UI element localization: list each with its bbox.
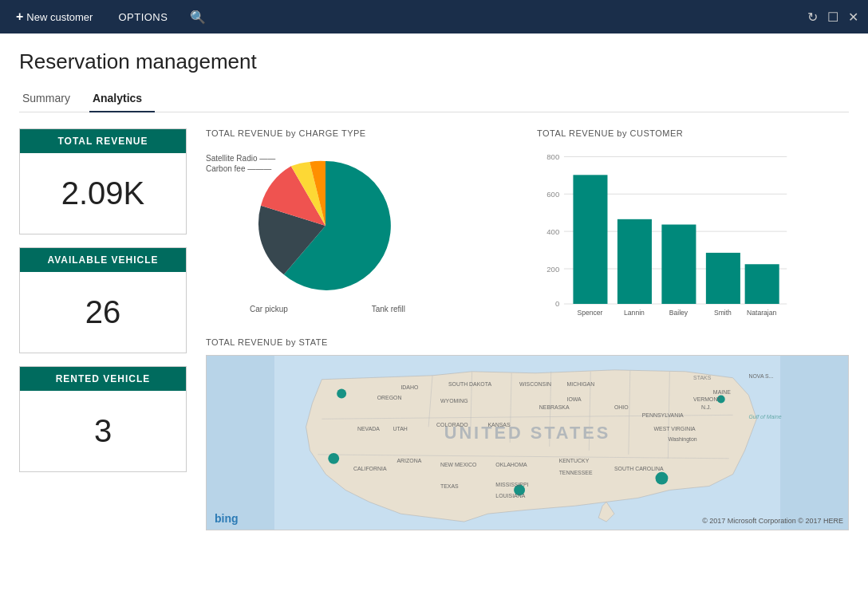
search-icon[interactable]: 🔍 (190, 10, 206, 25)
plus-icon: + (16, 10, 23, 24)
window-controls: ↻ ☐ ✕ (807, 10, 858, 25)
svg-text:N.J.: N.J. (701, 404, 711, 410)
svg-text:WISCONSIN: WISCONSIN (519, 381, 551, 387)
svg-text:VERMONT: VERMONT (693, 396, 721, 402)
kpi-rented-vehicle-header: RENTED VEHICLE (20, 367, 186, 391)
pie-chart-container: Satellite Radio —— Carbon fee ——— (206, 146, 413, 321)
new-customer-button[interactable]: + New customer (10, 6, 99, 27)
svg-text:IDAHO: IDAHO (400, 384, 419, 390)
svg-rect-10 (573, 175, 607, 304)
svg-text:OHIO: OHIO (614, 404, 629, 410)
svg-rect-14 (661, 225, 696, 304)
svg-text:MISSISSIPPI: MISSISSIPPI (495, 482, 528, 487)
page-title: Reservation management (19, 49, 849, 74)
map-section: TOTAL REVENUE by STATE UNITED STATE (206, 337, 849, 530)
kpi-rented-vehicle: RENTED VEHICLE 3 (19, 366, 187, 472)
svg-text:Spencer: Spencer (577, 309, 602, 317)
svg-text:UTAH: UTAH (393, 426, 408, 431)
map-chart-title: TOTAL REVENUE by STATE (206, 337, 849, 347)
svg-text:SOUTH DAKOTA: SOUTH DAKOTA (448, 381, 491, 387)
pie-svg (254, 154, 397, 298)
svg-text:Smith: Smith (714, 309, 732, 317)
svg-text:400: 400 (546, 227, 559, 236)
svg-text:SOUTH CAROLINA: SOUTH CAROLINA (614, 466, 664, 471)
svg-text:ARIZONA: ARIZONA (397, 458, 422, 463)
svg-point-31 (337, 389, 346, 399)
svg-text:NEVADA: NEVADA (357, 426, 380, 431)
new-customer-label: New customer (26, 11, 93, 23)
pie-chart-section: TOTAL REVENUE by CHARGE TYPE Satellite R… (206, 128, 518, 321)
svg-text:Natarajan: Natarajan (747, 309, 776, 317)
kpi-available-vehicle-value: 26 (20, 272, 186, 353)
restore-icon[interactable]: ☐ (827, 10, 838, 25)
options-button[interactable]: OPTIONS (112, 8, 174, 26)
kpi-column: TOTAL REVENUE 2.09K AVAILABLE VEHICLE 26… (19, 128, 187, 530)
pie-svg-wrapper (254, 154, 397, 301)
tab-summary[interactable]: Summary (19, 85, 83, 112)
titlebar: + New customer OPTIONS 🔍 ↻ ☐ ✕ (0, 0, 868, 33)
map-container: UNITED STATES (206, 355, 849, 530)
svg-point-32 (328, 453, 339, 464)
svg-text:KANSAS: KANSAS (487, 422, 510, 428)
map-inner: UNITED STATES (207, 356, 848, 530)
svg-text:0: 0 (555, 299, 559, 308)
pie-chart-title: TOTAL REVENUE by CHARGE TYPE (206, 128, 518, 138)
close-icon[interactable]: ✕ (848, 10, 858, 25)
svg-text:Gulf of Maine: Gulf of Maine (748, 414, 781, 420)
pie-label-carpickup: Car pickup (250, 305, 288, 313)
kpi-total-revenue: TOTAL REVENUE 2.09K (19, 128, 187, 234)
charts-top-row: TOTAL REVENUE by CHARGE TYPE Satellite R… (206, 128, 849, 321)
svg-text:CALIFORNIA: CALIFORNIA (353, 466, 387, 471)
svg-text:TENNESSEE: TENNESSEE (559, 470, 593, 475)
bar-chart-container: 800 600 400 200 0 (537, 146, 800, 321)
main-content: TOTAL REVENUE 2.09K AVAILABLE VEHICLE 26… (19, 112, 849, 530)
svg-text:TEXAS: TEXAS (440, 483, 459, 489)
page-content: Reservation management Summary Analytics… (0, 33, 868, 530)
svg-text:COLORADO: COLORADO (436, 422, 468, 428)
svg-text:Bailey: Bailey (669, 309, 688, 317)
svg-text:OREGON: OREGON (377, 395, 402, 400)
svg-text:KENTUCKY: KENTUCKY (559, 458, 590, 463)
bar-chart-svg: 800 600 400 200 0 (537, 146, 800, 321)
kpi-total-revenue-header: TOTAL REVENUE (20, 129, 186, 153)
svg-text:600: 600 (546, 190, 559, 199)
svg-text:WEST VIRGINIA: WEST VIRGINIA (654, 426, 696, 431)
options-label: OPTIONS (118, 11, 168, 23)
kpi-available-vehicle: AVAILABLE VEHICLE 26 (19, 247, 187, 353)
kpi-available-vehicle-header: AVAILABLE VEHICLE (20, 248, 186, 272)
svg-text:UNITED STATES: UNITED STATES (444, 423, 611, 443)
bar-chart-title: TOTAL REVENUE by CUSTOMER (537, 128, 849, 138)
svg-rect-16 (706, 253, 740, 304)
svg-text:OKLAHOMA: OKLAHOMA (495, 462, 527, 467)
svg-text:MAINE: MAINE (713, 389, 731, 395)
svg-text:MICHIGAN: MICHIGAN (567, 381, 595, 387)
svg-text:WYOMING: WYOMING (440, 398, 468, 404)
svg-text:LOUISIANA: LOUISIANA (495, 493, 525, 498)
svg-text:Lannin: Lannin (624, 309, 645, 317)
svg-text:NEBRASKA: NEBRASKA (539, 404, 570, 410)
refresh-icon[interactable]: ↻ (807, 10, 818, 25)
svg-text:200: 200 (546, 265, 559, 274)
bar-chart-section: TOTAL REVENUE by CUSTOMER 800 600 400 20… (537, 128, 849, 321)
tabs: Summary Analytics (19, 85, 849, 112)
svg-text:Washington: Washington (668, 436, 696, 443)
kpi-rented-vehicle-value: 3 (20, 391, 186, 471)
svg-text:STAKS: STAKS (693, 375, 712, 380)
svg-rect-18 (745, 264, 779, 304)
svg-text:NOVA S...: NOVA S... (748, 373, 773, 379)
svg-point-34 (656, 472, 669, 485)
pie-label-tankrefill: Tank refill (372, 305, 405, 313)
svg-text:IOWA: IOWA (567, 396, 582, 402)
map-credit: © 2017 Microsoft Corporation © 2017 HERE (702, 517, 843, 525)
map-svg: UNITED STATES (207, 356, 848, 530)
tab-analytics[interactable]: Analytics (89, 85, 155, 112)
charts-area: TOTAL REVENUE by CHARGE TYPE Satellite R… (206, 128, 849, 530)
svg-text:PENNSYLVANIA: PENNSYLVANIA (642, 412, 684, 418)
bing-logo: bing (215, 512, 239, 525)
svg-rect-12 (617, 219, 652, 304)
svg-text:800: 800 (546, 152, 559, 161)
kpi-total-revenue-value: 2.09K (20, 153, 186, 234)
svg-text:NEW MEXICO: NEW MEXICO (440, 462, 477, 467)
